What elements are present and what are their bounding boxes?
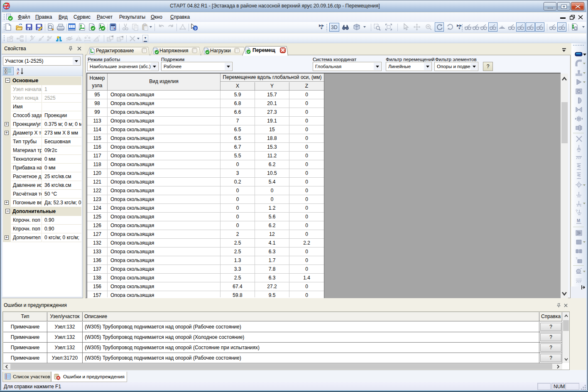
svg-text:?: ? bbox=[194, 27, 197, 31]
svg-text:?: ? bbox=[98, 35, 100, 38]
svg-text:?: ? bbox=[86, 35, 88, 38]
svg-text:?: ? bbox=[576, 209, 578, 213]
svg-text:?: ? bbox=[576, 257, 578, 260]
svg-text:Z: Z bbox=[17, 71, 19, 75]
svg-text:M: M bbox=[577, 218, 580, 223]
